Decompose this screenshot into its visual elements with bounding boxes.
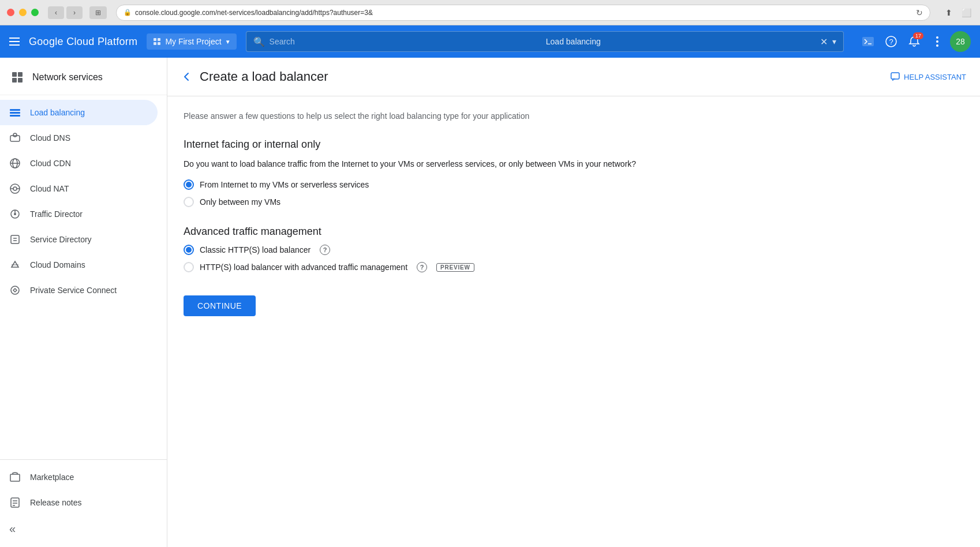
sidebar-label-cloud-domains: Cloud Domains <box>30 260 85 269</box>
advanced-traffic-options: Classic HTTP(S) load balancer ? HTTP(S) … <box>184 245 964 272</box>
back-button[interactable] <box>181 71 193 83</box>
browser-sidebar-btn[interactable]: ⊞ <box>89 6 107 19</box>
gcp-logo: Google Cloud Platform <box>29 36 137 48</box>
traffic-director-icon <box>9 208 21 220</box>
sidebar-label-release-notes: Release notes <box>30 498 82 507</box>
sidebar-item-cloud-cdn[interactable]: Cloud CDN <box>0 151 158 176</box>
page-intro: Please answer a few questions to help us… <box>184 110 964 122</box>
svg-rect-17 <box>18 78 23 83</box>
browser-forward-btn[interactable]: › <box>66 6 83 19</box>
section-1-question: Do you want to load balance traffic from… <box>184 158 964 170</box>
page-header-left: Create a load balancer <box>181 69 328 84</box>
sidebar-label-service-directory: Service Directory <box>30 235 92 244</box>
user-avatar[interactable]: 28 <box>950 31 971 52</box>
classic-https-help-icon[interactable]: ? <box>320 245 330 255</box>
svg-point-13 <box>936 44 938 47</box>
section-2-title: Advanced traffic management <box>184 226 964 238</box>
search-placeholder: Search <box>270 37 539 46</box>
cloud-shell-btn[interactable] <box>858 31 878 52</box>
help-assistant-label: HELP ASSISTANT <box>904 73 966 81</box>
svg-point-27 <box>13 187 17 190</box>
service-directory-icon <box>9 234 21 245</box>
svg-rect-0 <box>9 38 20 39</box>
help-assistant-icon <box>890 72 900 82</box>
svg-rect-16 <box>12 78 17 83</box>
cloud-cdn-icon <box>9 158 21 169</box>
svg-rect-18 <box>10 109 20 111</box>
browser-address-bar[interactable]: 🔒 console.cloud.google.com/net-services/… <box>116 5 930 21</box>
marketplace-icon <box>9 471 21 483</box>
notifications-btn[interactable]: 17 <box>904 31 925 52</box>
page-body: Please answer a few questions to help us… <box>167 96 980 330</box>
svg-rect-7 <box>862 37 874 46</box>
address-url: console.cloud.google.com/net-services/lo… <box>135 9 912 17</box>
help-assistant-btn[interactable]: HELP ASSISTANT <box>890 72 966 82</box>
sidebar-item-load-balancing[interactable]: Load balancing <box>0 100 158 125</box>
sidebar-item-cloud-domains[interactable]: Cloud Domains <box>0 252 158 278</box>
sidebar-item-cloud-dns[interactable]: Cloud DNS <box>0 125 158 151</box>
sidebar: Network services Load balancing <box>0 58 167 547</box>
mac-maximize-dot[interactable] <box>31 9 39 16</box>
continue-button[interactable]: CONTINUE <box>184 295 256 316</box>
browser-back-btn[interactable]: ‹ <box>48 6 64 19</box>
svg-point-31 <box>14 213 16 215</box>
search-clear-btn[interactable]: ✕ <box>820 36 828 47</box>
search-bar[interactable]: 🔍 Search Load balancing ✕ ▾ <box>246 31 844 52</box>
radio-classic-https-circle <box>184 245 194 255</box>
more-options-btn[interactable] <box>927 31 948 52</box>
app-body: Network services Load balancing <box>0 58 980 547</box>
svg-rect-4 <box>158 38 160 41</box>
sidebar-collapse-btn[interactable]: « <box>0 515 167 542</box>
mac-close-dot[interactable] <box>7 9 14 16</box>
sidebar-item-private-service-connect[interactable]: Private Service Connect <box>0 278 158 303</box>
collapse-icon: « <box>9 522 16 535</box>
address-reload-icon[interactable]: ↻ <box>916 8 923 17</box>
svg-point-37 <box>11 286 19 294</box>
page-title: Create a load balancer <box>200 69 328 84</box>
svg-point-12 <box>936 40 938 43</box>
svg-text:?: ? <box>889 38 893 46</box>
svg-rect-2 <box>9 44 20 46</box>
mac-minimize-dot[interactable] <box>19 9 27 16</box>
radio-classic-https[interactable]: Classic HTTP(S) load balancer ? <box>184 245 964 255</box>
radio-from-internet[interactable]: From Internet to my VMs or serverless se… <box>184 179 964 190</box>
address-lock-icon: 🔒 <box>124 9 132 16</box>
svg-point-11 <box>936 36 938 39</box>
radio-from-internet-label: From Internet to my VMs or serverless se… <box>200 180 369 189</box>
sidebar-nav: Load balancing Cloud DNS <box>0 95 167 459</box>
project-icon <box>152 37 162 46</box>
sidebar-item-release-notes[interactable]: Release notes <box>0 490 158 515</box>
sidebar-label-cloud-dns: Cloud DNS <box>30 133 70 143</box>
sidebar-label-marketplace: Marketplace <box>30 473 74 482</box>
preview-badge: PREVIEW <box>436 263 474 272</box>
browser-share-icon[interactable]: ⬆ <box>942 6 956 20</box>
svg-rect-33 <box>11 235 19 243</box>
sidebar-title: Network services <box>32 72 103 83</box>
release-notes-icon <box>9 497 21 508</box>
sidebar-item-traffic-director[interactable]: Traffic Director <box>0 201 158 227</box>
sidebar-item-service-directory[interactable]: Service Directory <box>0 227 158 252</box>
browser-extensions-icon[interactable]: ⬜ <box>959 6 973 20</box>
section-advanced-traffic: Advanced traffic management Classic HTTP… <box>184 226 964 272</box>
svg-rect-3 <box>154 38 156 41</box>
svg-rect-20 <box>10 115 20 117</box>
sidebar-bottom: Marketplace Release notes « <box>0 459 167 547</box>
sidebar-item-cloud-nat[interactable]: Cloud NAT <box>0 176 158 201</box>
advanced-https-help-icon[interactable]: ? <box>417 262 427 272</box>
hamburger-menu-btn[interactable] <box>9 38 20 46</box>
sidebar-label-private-service-connect: Private Service Connect <box>30 286 117 295</box>
svg-rect-6 <box>158 42 160 45</box>
search-expand-btn[interactable]: ▾ <box>832 37 836 46</box>
private-service-connect-icon <box>9 284 21 296</box>
sidebar-item-marketplace[interactable]: Marketplace <box>0 464 158 490</box>
page-header: Create a load balancer HELP ASSISTANT <box>167 58 980 96</box>
help-btn[interactable]: ? <box>881 31 902 52</box>
svg-point-22 <box>13 133 17 137</box>
radio-only-between-vms[interactable]: Only between my VMs <box>184 197 964 207</box>
sidebar-label-cloud-nat: Cloud NAT <box>30 184 69 193</box>
cloud-dns-icon <box>9 132 21 144</box>
project-selector[interactable]: My First Project ▼ <box>147 33 236 50</box>
sidebar-label-traffic-director: Traffic Director <box>30 209 83 219</box>
svg-rect-14 <box>12 72 17 77</box>
radio-advanced-https[interactable]: HTTP(S) load balancer with advanced traf… <box>184 262 964 272</box>
